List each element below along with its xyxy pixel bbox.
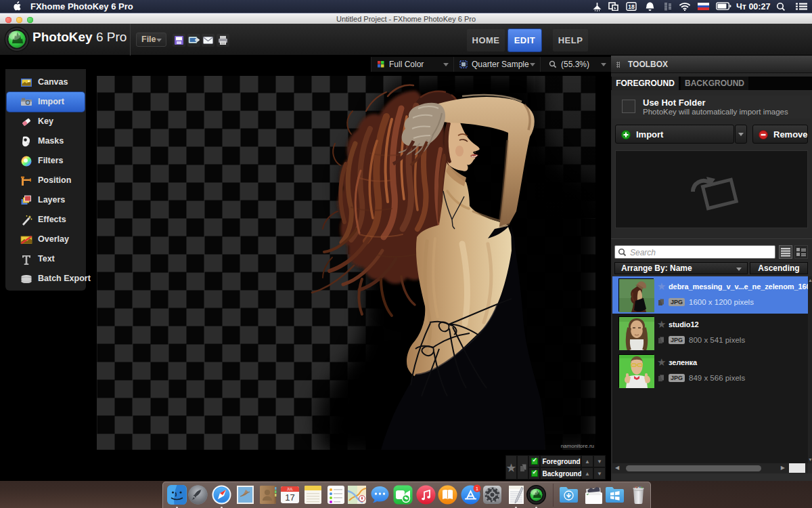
svg-text:1: 1 xyxy=(476,486,479,492)
svg-text:namonitore.ru: namonitore.ru xyxy=(561,443,594,449)
svg-text:17: 17 xyxy=(285,492,294,503)
svg-text:18: 18 xyxy=(628,3,635,10)
svg-text:JUL: JUL xyxy=(287,487,293,491)
